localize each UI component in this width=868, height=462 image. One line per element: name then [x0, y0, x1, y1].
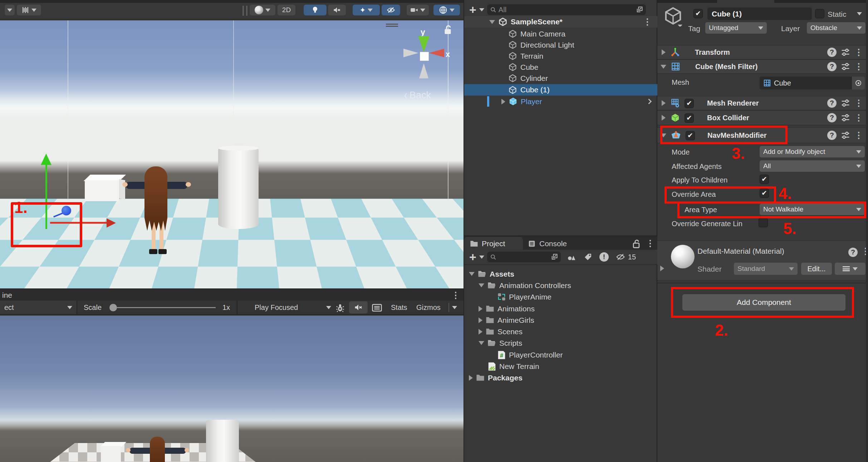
tab-console[interactable]: Console	[528, 237, 582, 251]
presets-icon[interactable]	[841, 98, 850, 108]
component-enabled-checkbox[interactable]	[685, 99, 694, 108]
override-generate-checkbox[interactable]	[759, 218, 768, 227]
filter-by-label-icon[interactable]	[584, 253, 592, 261]
game-tab-partial[interactable]: ine	[2, 291, 12, 300]
open-new-window-icon[interactable]	[551, 253, 558, 261]
lock-open-icon[interactable]	[443, 25, 452, 35]
overlay-item-surfaces[interactable]: Surfaces	[387, 230, 464, 245]
material-preview-sphere[interactable]	[671, 245, 695, 268]
name-field[interactable]: Cube (1)	[707, 8, 812, 20]
scene-gizmos-button[interactable]	[433, 5, 460, 15]
scene-effects-button[interactable]: ✦	[353, 5, 380, 15]
hierarchy-item-cylinder[interactable]: Cylinder	[464, 73, 657, 84]
scale-slider-knob[interactable]	[109, 304, 117, 311]
foldout-closed-icon[interactable]	[469, 375, 473, 381]
tree-item-assets[interactable]: Assets	[464, 268, 657, 279]
hierarchy-item-terrain[interactable]: Terrain	[464, 50, 657, 62]
active-checkbox[interactable]	[693, 9, 703, 18]
axis-x-cone[interactable]	[429, 49, 444, 57]
presets-icon[interactable]	[841, 62, 850, 71]
foldout-open-icon[interactable]	[489, 20, 495, 24]
component-box-collider-header[interactable]: Box Collider	[657, 110, 868, 125]
filter-by-type-icon[interactable]	[567, 253, 577, 261]
scene-menu-icon[interactable]	[643, 18, 652, 26]
component-enabled-checkbox[interactable]	[685, 113, 694, 123]
scene-camera-button[interactable]	[407, 5, 429, 15]
foldout-closed-icon[interactable]	[479, 306, 482, 312]
2d-toggle-button[interactable]: 2D	[278, 5, 295, 15]
shading-mode-button[interactable]	[250, 5, 275, 15]
foldout-closed-icon[interactable]	[479, 329, 482, 335]
scene-lighting-button[interactable]	[304, 5, 327, 15]
tree-item-packages[interactable]: Packages	[464, 372, 657, 383]
hierarchy-item-player[interactable]: Player	[464, 96, 657, 107]
foldout-open-icon[interactable]	[479, 283, 484, 287]
foldout-closed-icon[interactable]	[479, 317, 482, 323]
component-mesh-filter-header[interactable]: Cube (Mesh Filter)	[657, 59, 868, 74]
component-menu-icon[interactable]	[854, 62, 863, 71]
hierarchy-item-directional-light[interactable]: Directional Light	[464, 39, 657, 50]
create-asset-button[interactable]	[469, 251, 476, 263]
toolbar-drag-handle[interactable]	[242, 6, 247, 16]
game-audio-mute-button[interactable]	[349, 301, 368, 313]
chevron-down-icon[interactable]	[479, 8, 484, 11]
game-tab-menu-icon[interactable]	[451, 291, 460, 300]
scene-audio-button[interactable]	[328, 5, 346, 15]
hidden-packages-icon[interactable]: !	[599, 252, 609, 262]
component-mesh-renderer-header[interactable]: Mesh Renderer	[657, 96, 868, 110]
help-icon[interactable]	[848, 248, 858, 257]
foldout-closed-icon[interactable]	[662, 100, 666, 106]
scale-slider-track[interactable]	[117, 307, 216, 308]
overlay-header[interactable]: AI Navigation	[387, 217, 464, 230]
hierarchy-item-cube-1-selected[interactable]: Cube (1)	[464, 84, 657, 96]
hierarchy-search-input[interactable]: All	[487, 4, 646, 15]
axis-x-label[interactable]: x	[446, 50, 450, 59]
tool-dropdown-button[interactable]	[5, 5, 15, 15]
hierarchy-scene-row[interactable]: SampleScene*	[464, 16, 657, 28]
tree-item-new-terrain[interactable]: New Terrain	[464, 361, 657, 372]
project-search-input[interactable]	[487, 252, 561, 262]
help-icon[interactable]	[827, 131, 837, 140]
game-view[interactable]	[0, 316, 464, 462]
static-chevron-icon[interactable]	[857, 12, 862, 15]
layer-dropdown[interactable]: Obstacle	[807, 22, 865, 34]
gizmos-chevron-icon[interactable]	[452, 306, 457, 309]
foldout-closed-icon[interactable]	[662, 115, 666, 121]
tree-item-scenes[interactable]: Scenes	[464, 326, 657, 337]
affected-agents-dropdown[interactable]: All	[760, 160, 865, 172]
scene-visibility-button[interactable]	[382, 5, 400, 15]
aspect-dropdown[interactable]: ect	[0, 301, 77, 314]
component-transform-header[interactable]: Transform	[657, 45, 868, 59]
shader-dropdown[interactable]: Standard	[734, 263, 798, 275]
component-menu-icon[interactable]	[854, 48, 863, 57]
tree-item-animegirls[interactable]: AnimeGirls	[464, 315, 657, 326]
axis-left-cone[interactable]	[403, 49, 418, 57]
eye-hidden-icon[interactable]	[616, 253, 625, 261]
x-axis-arrowhead[interactable]	[107, 218, 116, 228]
hierarchy-item-cube[interactable]: Cube	[464, 62, 657, 73]
tag-dropdown[interactable]: Untagged	[705, 22, 767, 34]
help-icon[interactable]	[827, 98, 837, 108]
foldout-closed-icon[interactable]	[662, 49, 666, 55]
tree-item-animation-controllers[interactable]: Animation Controllers	[464, 280, 657, 291]
overlay-handle-icon[interactable]	[386, 24, 398, 27]
help-icon[interactable]	[827, 48, 837, 57]
object-picker-icon[interactable]	[852, 77, 865, 89]
overlay-item-agents[interactable]: Agents	[387, 245, 464, 262]
axis-y-label[interactable]: y	[421, 28, 425, 37]
back-button[interactable]: ‹Back	[404, 90, 431, 101]
hierarchy-item-main-camera[interactable]: Main Camera	[464, 28, 657, 39]
overlay-item-obstacles[interactable]: Obstacles	[387, 262, 464, 279]
tree-item-playeranime[interactable]: PlayerAnime	[464, 291, 657, 302]
mode-dropdown[interactable]: Add or Modify object	[760, 146, 865, 157]
lock-open-icon[interactable]	[632, 239, 640, 248]
axis-center-cube[interactable]	[420, 52, 429, 61]
prefab-open-chevron-icon[interactable]	[646, 99, 652, 104]
scene-view[interactable]: 1. y x ‹Back AI Navigation Surfaces Agen…	[0, 20, 464, 288]
foldout-open-icon[interactable]	[479, 341, 484, 345]
foldout-closed-icon[interactable]	[660, 266, 664, 271]
foldout-open-icon[interactable]	[469, 272, 475, 276]
axis-bottom-cone[interactable]	[419, 63, 428, 78]
tree-item-scripts[interactable]: Scripts	[464, 337, 657, 349]
tab-project[interactable]: Project	[464, 237, 523, 251]
